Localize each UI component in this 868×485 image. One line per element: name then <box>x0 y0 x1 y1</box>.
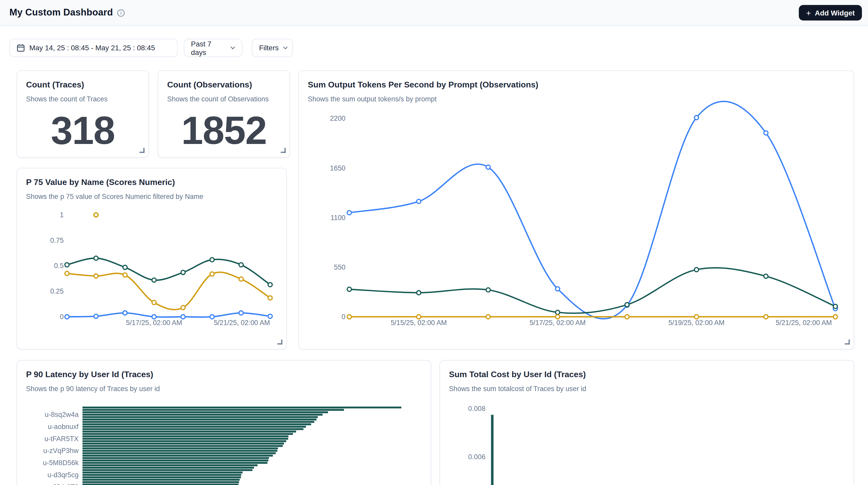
data-point-score-series-amber <box>94 274 98 278</box>
bar-chart-sum-total-cost[interactable]: 0.0080.006 <box>440 361 855 485</box>
y-axis-user-label: u-d3qr5cg <box>48 471 79 479</box>
data-point-score-series-teal <box>123 265 127 269</box>
latency-bar <box>83 414 322 416</box>
calendar-icon <box>17 44 25 52</box>
add-widget-label: Add Widget <box>815 8 855 17</box>
x-tick-label: 5/15/25, 02:00 AM <box>391 319 447 327</box>
data-point-score-series-amber <box>65 271 69 275</box>
data-point-score-series-blue <box>123 311 127 315</box>
x-tick-label: 5/21/25, 02:00 AM <box>776 319 832 327</box>
data-point-prompt-series-teal <box>486 288 490 292</box>
widget-sum-total-cost: Sum Total Cost by User Id (Traces) Shows… <box>439 360 854 485</box>
latency-bar <box>83 435 288 437</box>
page-title: My Custom Dashboard <box>9 7 113 18</box>
data-point-score-series-amber <box>268 296 272 300</box>
data-point-score-series-blue <box>152 315 156 319</box>
data-point-prompt-series-amber <box>347 315 351 319</box>
resize-corner-icon[interactable] <box>140 148 145 153</box>
y-tick-label: 0.006 <box>468 453 486 461</box>
latency-bar <box>83 481 239 483</box>
data-point-prompt-series-amber <box>833 315 837 319</box>
latency-bar <box>83 464 258 466</box>
latency-bar <box>83 421 314 423</box>
data-point-prompt-series-amber <box>694 315 699 319</box>
latency-bar <box>83 426 306 427</box>
y-tick-label: 0.5 <box>54 262 64 270</box>
filters-button[interactable]: Filters <box>252 39 293 57</box>
data-point-prompt-series-amber <box>764 315 768 319</box>
date-preset-select[interactable]: Past 7 days <box>184 39 243 57</box>
latency-bar <box>83 459 269 461</box>
data-point-score-series-teal <box>181 270 185 274</box>
latency-bar <box>83 406 401 408</box>
latency-bar <box>83 472 243 474</box>
latency-bar <box>83 462 268 463</box>
latency-bar <box>83 438 288 439</box>
chevron-down-icon <box>230 46 235 50</box>
data-point-prompt-series-amber <box>625 315 629 319</box>
y-axis-user-label: u-8sq2w4a <box>45 411 79 419</box>
data-point-score-series-amber <box>152 300 156 304</box>
y-axis-user-label: u-tFAR5TX <box>44 435 79 443</box>
data-point-score-series-blue <box>268 314 272 319</box>
latency-bar <box>83 430 296 432</box>
header: My Custom Dashboard i + Add Widget <box>0 0 868 26</box>
data-point-score-series-blue <box>94 314 98 319</box>
data-point-prompt-series-blue <box>694 116 699 120</box>
data-point-prompt-series-blue <box>555 286 560 291</box>
data-point-score-series-amber <box>210 272 214 276</box>
metric-value: 1852 <box>158 111 289 150</box>
data-point-prompt-series-blue <box>486 165 490 169</box>
y-axis-user-label: u-zVqP3hw <box>43 447 79 455</box>
x-tick-label: 5/17/25, 02:00 AM <box>529 319 586 327</box>
data-point-score-series-teal <box>268 282 272 286</box>
widget-count-observations: Count (Observations) Shows the count of … <box>158 70 290 158</box>
data-point-score-series-amber <box>123 273 127 277</box>
y-tick-label: 0.75 <box>50 237 64 244</box>
info-icon[interactable]: i <box>117 9 125 16</box>
data-point-score-series-amber <box>181 305 185 310</box>
data-point-prompt-series-blue <box>347 211 351 215</box>
data-point-prompt-series-teal <box>417 291 421 295</box>
y-axis-user-label: u-5M8D56k <box>43 459 79 467</box>
y-tick-label: 2200 <box>330 115 346 122</box>
latency-bar <box>83 452 276 454</box>
data-point-score-series-teal <box>239 263 243 267</box>
resize-corner-icon[interactable] <box>845 339 850 344</box>
chevron-down-icon <box>283 46 288 50</box>
data-point-prompt-series-teal <box>555 310 560 314</box>
data-point-prompt-series-blue <box>764 131 768 135</box>
line-chart-p75-value[interactable]: 00.250.50.7515/17/25, 02:00 AM5/21/25, 0… <box>17 169 287 350</box>
widget-title: Count (Observations) <box>167 79 281 90</box>
data-point-prompt-series-teal <box>347 287 351 291</box>
latency-bar <box>83 443 284 445</box>
data-point-score-series-teal <box>94 256 98 260</box>
add-widget-button[interactable]: + Add Widget <box>799 5 862 20</box>
plus-icon: + <box>806 8 811 17</box>
widget-title: Count (Traces) <box>26 79 140 90</box>
latency-bar <box>83 476 241 478</box>
dashboard-page: My Custom Dashboard i + Add Widget May 1… <box>0 0 868 485</box>
y-axis-user-label: u-8fVa9T3 <box>47 483 79 485</box>
data-point-prompt-series-amber <box>417 315 421 319</box>
data-point-score-series-blue <box>239 311 243 315</box>
latency-bar <box>83 411 328 413</box>
latency-bar <box>83 483 239 485</box>
y-tick-label: 1100 <box>331 214 346 222</box>
date-preset-label: Past 7 days <box>191 39 226 56</box>
data-point-score-series-teal <box>210 258 214 262</box>
latency-bar <box>83 447 278 449</box>
widget-subtitle: Shows the count of Observations <box>167 95 281 104</box>
y-tick-label: 1 <box>60 211 64 219</box>
x-tick-label: 5/19/25, 02:00 AM <box>669 319 724 327</box>
latency-bar <box>83 423 311 425</box>
line-chart-sum-output-tokens[interactable]: 05501100165022005/15/25, 02:00 AM5/17/25… <box>299 71 855 350</box>
resize-corner-icon[interactable] <box>277 339 282 344</box>
date-range-picker[interactable]: May 14, 25 : 08:45 - May 21, 25 : 08:45 <box>9 39 178 57</box>
y-axis-user-label: u-aobnuxf <box>48 423 79 430</box>
x-tick-label: 5/21/25, 02:00 AM <box>214 319 270 327</box>
resize-corner-icon[interactable] <box>281 148 285 153</box>
latency-bar <box>83 469 252 471</box>
widget-p90-latency: P 90 Latency by User Id (Traces) Shows t… <box>17 360 431 485</box>
bar-chart-p90-latency[interactable]: u-8sq2w4au-aobnuxfu-tFAR5TXu-zVqP3hwu-5M… <box>17 361 432 485</box>
